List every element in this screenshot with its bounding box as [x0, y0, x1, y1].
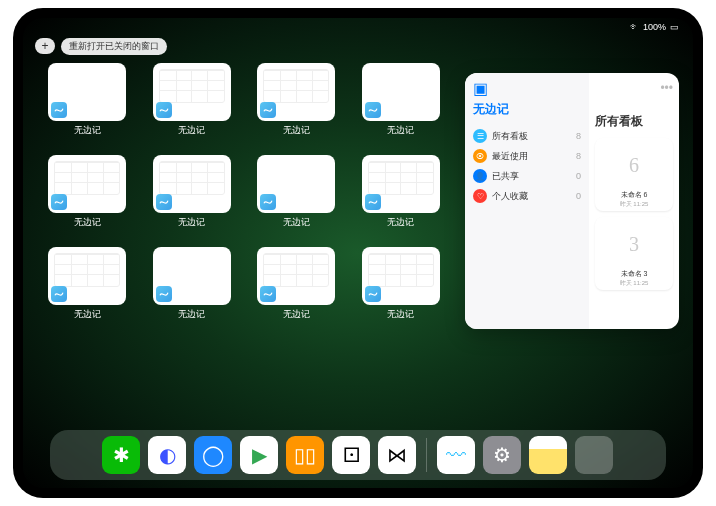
panel-app-title: 无边记 — [473, 101, 581, 118]
battery-label: 100% — [643, 22, 666, 32]
freeform-app-panel[interactable]: ▣ 无边记 ☰所有看板8⦿最近使用8👤已共享0♡个人收藏0 ••• 所有看板 6… — [465, 73, 679, 329]
category-label: 个人收藏 — [492, 190, 528, 203]
thumbnail-preview — [153, 247, 231, 305]
thumbnail-preview — [48, 247, 126, 305]
category-count: 0 — [576, 191, 581, 201]
dock-separator — [426, 438, 427, 472]
thumbnail-preview — [362, 247, 440, 305]
freeform-app-icon — [156, 194, 172, 210]
thumbnail-preview — [153, 63, 231, 121]
top-controls: + 重新打开已关闭的窗口 — [23, 36, 693, 57]
ipad-device-frame: ᯤ 100% ▭ + 重新打开已关闭的窗口 无边记无边记无边记无边记无边记无边记… — [13, 8, 703, 498]
thumbnail-label: 无边记 — [178, 216, 205, 229]
app-window-thumbnail[interactable]: 无边记 — [246, 63, 347, 149]
screen: ᯤ 100% ▭ + 重新打开已关闭的窗口 无边记无边记无边记无边记无边记无边记… — [23, 18, 693, 488]
thumbnail-preview — [257, 63, 335, 121]
category-count: 8 — [576, 151, 581, 161]
thumbnail-preview — [48, 155, 126, 213]
app-window-thumbnail[interactable]: 无边记 — [351, 63, 452, 149]
sidebar-category-item[interactable]: ⦿最近使用8 — [473, 146, 581, 166]
app-window-thumbnail[interactable]: 无边记 — [142, 63, 243, 149]
sidebar-category-item[interactable]: 👤已共享0 — [473, 166, 581, 186]
dock: ✱◐◯▶▯▯⚀⋈〰⚙ — [50, 430, 666, 480]
panel-more-button[interactable]: ••• — [595, 81, 673, 95]
thumbnail-preview — [153, 155, 231, 213]
thumbnail-label: 无边记 — [387, 308, 414, 321]
battery-icon: ▭ — [670, 22, 679, 32]
app-library-stack[interactable] — [575, 436, 613, 474]
thumbnail-label: 无边记 — [74, 124, 101, 137]
sidebar-toggle-icon[interactable]: ▣ — [473, 79, 488, 98]
play-icon[interactable]: ▶ — [240, 436, 278, 474]
status-bar: ᯤ 100% ▭ — [23, 18, 693, 36]
board-item[interactable]: 3未命名 3昨天 11:25 — [595, 217, 673, 290]
board-time: 昨天 11:25 — [620, 279, 649, 288]
notes-icon[interactable] — [529, 436, 567, 474]
category-label: 最近使用 — [492, 150, 528, 163]
thumbnail-label: 无边记 — [74, 216, 101, 229]
thumbnail-preview — [362, 155, 440, 213]
board-name: 未命名 6 — [621, 190, 648, 200]
panel-sidebar: ▣ 无边记 ☰所有看板8⦿最近使用8👤已共享0♡个人收藏0 — [465, 73, 589, 329]
category-label: 已共享 — [492, 170, 519, 183]
category-count: 0 — [576, 171, 581, 181]
freeform-app-icon — [51, 286, 67, 302]
thumbnail-preview — [48, 63, 126, 121]
thumbnail-label: 无边记 — [178, 308, 205, 321]
sidebar-category-item[interactable]: ♡个人收藏0 — [473, 186, 581, 206]
app-window-thumbnail[interactable]: 无边记 — [37, 247, 138, 333]
category-icon: ☰ — [473, 129, 487, 143]
thumbnail-label: 无边记 — [74, 308, 101, 321]
thumbnail-label: 无边记 — [283, 124, 310, 137]
app-window-thumbnail[interactable]: 无边记 — [246, 155, 347, 241]
board-time: 昨天 11:25 — [620, 200, 649, 209]
thumbnail-preview — [362, 63, 440, 121]
qqbrowser-icon[interactable]: ◯ — [194, 436, 232, 474]
freeform-app-icon — [260, 194, 276, 210]
app-window-thumbnail[interactable]: 无边记 — [37, 63, 138, 149]
freeform-icon[interactable]: 〰 — [437, 436, 475, 474]
dice-icon[interactable]: ⚀ — [332, 436, 370, 474]
books-icon[interactable]: ▯▯ — [286, 436, 324, 474]
thumbnail-preview — [257, 155, 335, 213]
freeform-app-icon — [365, 102, 381, 118]
wifi-icon: ᯤ — [630, 22, 639, 32]
board-preview: 3 — [602, 221, 666, 267]
settings-icon[interactable]: ⚙ — [483, 436, 521, 474]
connect-icon[interactable]: ⋈ — [378, 436, 416, 474]
thumbnail-label: 无边记 — [178, 124, 205, 137]
panel-section-title: 所有看板 — [595, 113, 673, 130]
app-window-thumbnail[interactable]: 无边记 — [246, 247, 347, 333]
new-window-button[interactable]: + — [35, 38, 55, 54]
board-name: 未命名 3 — [621, 269, 648, 279]
board-item[interactable]: 6未命名 6昨天 11:25 — [595, 138, 673, 211]
freeform-app-icon — [156, 102, 172, 118]
sidebar-category-item[interactable]: ☰所有看板8 — [473, 126, 581, 146]
thumbnail-label: 无边记 — [283, 308, 310, 321]
panel-content: ••• 所有看板 6未命名 6昨天 11:253未命名 3昨天 11:25 — [589, 73, 679, 329]
quark-icon[interactable]: ◐ — [148, 436, 186, 474]
app-window-thumbnail[interactable]: 无边记 — [351, 155, 452, 241]
app-window-thumbnail[interactable]: 无边记 — [142, 155, 243, 241]
freeform-app-icon — [365, 286, 381, 302]
category-label: 所有看板 — [492, 130, 528, 143]
board-preview: 6 — [602, 142, 666, 188]
app-window-thumbnail[interactable]: 无边记 — [37, 155, 138, 241]
thumbnail-label: 无边记 — [283, 216, 310, 229]
main-area: 无边记无边记无边记无边记无边记无边记无边记无边记无边记无边记无边记无边记 ▣ 无… — [23, 57, 693, 426]
category-icon: 👤 — [473, 169, 487, 183]
category-icon: ♡ — [473, 189, 487, 203]
window-grid: 无边记无边记无边记无边记无边记无边记无边记无边记无边记无边记无边记无边记 — [37, 63, 451, 426]
freeform-app-icon — [260, 286, 276, 302]
freeform-app-icon — [156, 286, 172, 302]
app-window-thumbnail[interactable]: 无边记 — [351, 247, 452, 333]
freeform-app-icon — [51, 102, 67, 118]
thumbnail-label: 无边记 — [387, 216, 414, 229]
freeform-app-icon — [260, 102, 276, 118]
wechat-icon[interactable]: ✱ — [102, 436, 140, 474]
thumbnail-label: 无边记 — [387, 124, 414, 137]
reopen-closed-window-button[interactable]: 重新打开已关闭的窗口 — [61, 38, 167, 55]
category-icon: ⦿ — [473, 149, 487, 163]
app-window-thumbnail[interactable]: 无边记 — [142, 247, 243, 333]
thumbnail-preview — [257, 247, 335, 305]
